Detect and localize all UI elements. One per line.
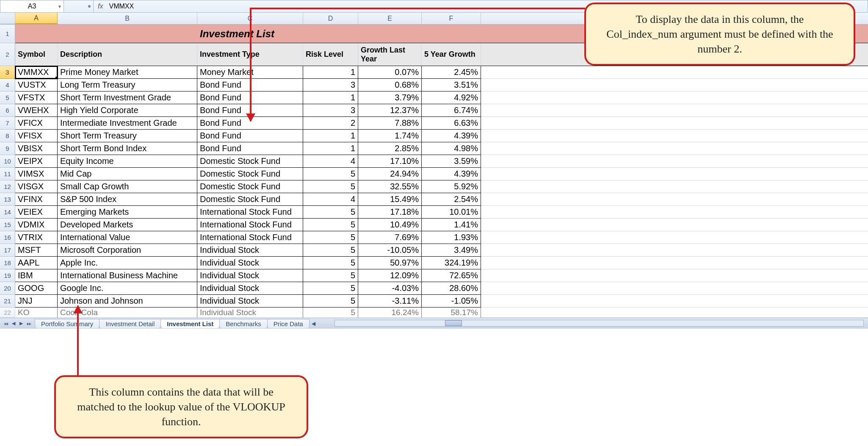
cell-description[interactable]: Short Term Investment Grade bbox=[58, 91, 197, 104]
sheet-tab[interactable]: Investment Detail bbox=[99, 319, 161, 328]
cell-description[interactable]: Short Term Bond Index bbox=[58, 142, 197, 155]
sheet-tab[interactable]: Investment List bbox=[160, 319, 220, 328]
cell-symbol[interactable]: VIMSX bbox=[15, 168, 58, 180]
cell-type[interactable]: Individual Stock bbox=[197, 282, 303, 295]
cell-symbol[interactable]: VUSTX bbox=[15, 79, 58, 91]
title-cell-f[interactable] bbox=[422, 25, 481, 43]
cell-risk[interactable]: 5 bbox=[303, 206, 358, 219]
col-header-e[interactable]: E bbox=[358, 13, 422, 24]
cell-5yr-growth[interactable]: 3.59% bbox=[422, 155, 481, 168]
title-cell-b[interactable] bbox=[58, 25, 197, 43]
cell-growth-last-year[interactable]: 32.55% bbox=[358, 180, 422, 193]
cell-type[interactable]: Bond Fund bbox=[197, 130, 303, 142]
cell-type[interactable]: International Stock Fund bbox=[197, 206, 303, 219]
cell-type[interactable]: Individual Stock bbox=[197, 257, 303, 269]
partial-risk[interactable]: 5 bbox=[303, 307, 358, 318]
cell-5yr-growth[interactable]: 2.54% bbox=[422, 193, 481, 206]
cell-symbol[interactable]: JNJ bbox=[15, 295, 58, 307]
cell-symbol[interactable]: AAPL bbox=[15, 257, 58, 269]
select-all-corner[interactable] bbox=[0, 13, 15, 24]
cell-5yr-growth[interactable]: 324.19% bbox=[422, 257, 481, 269]
row-header[interactable]: 12 bbox=[0, 180, 15, 193]
cell-growth-last-year[interactable]: 0.07% bbox=[358, 66, 422, 79]
partial-type[interactable]: Individual Stock bbox=[197, 307, 303, 318]
cell-risk[interactable]: 5 bbox=[303, 231, 358, 244]
cell-symbol[interactable]: VFSTX bbox=[15, 91, 58, 104]
cell-5yr-growth[interactable]: 4.98% bbox=[422, 142, 481, 155]
col-header-b[interactable]: B bbox=[58, 13, 197, 24]
cell-description[interactable]: International Business Machine bbox=[58, 269, 197, 282]
chevron-down-icon[interactable]: ▼ bbox=[58, 4, 62, 9]
tab-nav-last-icon[interactable]: ⏭ bbox=[25, 320, 32, 327]
header-growth-last-year[interactable]: Growth Last Year bbox=[358, 43, 422, 66]
cell-description[interactable]: Long Term Treasury bbox=[58, 79, 197, 91]
partial-g5[interactable]: 58.17% bbox=[422, 307, 481, 318]
cell-risk[interactable]: 1 bbox=[303, 142, 358, 155]
cell-description[interactable]: Equity Income bbox=[58, 155, 197, 168]
cell-risk[interactable]: 5 bbox=[303, 282, 358, 295]
cell-5yr-growth[interactable]: 6.74% bbox=[422, 104, 481, 117]
cell-type[interactable]: International Stock Fund bbox=[197, 231, 303, 244]
name-box[interactable]: A3 ▼ bbox=[0, 0, 64, 12]
cell-risk[interactable]: 5 bbox=[303, 219, 358, 231]
cell-type[interactable]: Individual Stock bbox=[197, 244, 303, 257]
cell-type[interactable]: Individual Stock bbox=[197, 295, 303, 307]
cell-growth-last-year[interactable]: 7.69% bbox=[358, 231, 422, 244]
cell-growth-last-year[interactable]: 2.85% bbox=[358, 142, 422, 155]
cell-symbol[interactable]: VISGX bbox=[15, 180, 58, 193]
cell-growth-last-year[interactable]: 0.68% bbox=[358, 79, 422, 91]
tab-scroll-right-icon[interactable]: ◀ bbox=[312, 321, 315, 327]
cell-symbol[interactable]: MSFT bbox=[15, 244, 58, 257]
cell-symbol[interactable]: VEIPX bbox=[15, 155, 58, 168]
cell-description[interactable]: Intermediate Investment Grade bbox=[58, 117, 197, 130]
cell-5yr-growth[interactable]: 4.39% bbox=[422, 168, 481, 180]
row-header[interactable]: 13 bbox=[0, 193, 15, 206]
cell-growth-last-year[interactable]: 50.97% bbox=[358, 257, 422, 269]
sheet-tab[interactable]: Price Data bbox=[267, 319, 310, 328]
row-header[interactable]: 11 bbox=[0, 168, 15, 180]
row-header[interactable]: 15 bbox=[0, 219, 15, 231]
cell-risk[interactable]: 2 bbox=[303, 117, 358, 130]
cell-risk[interactable]: 5 bbox=[303, 168, 358, 180]
cell-risk[interactable]: 1 bbox=[303, 66, 358, 79]
cell-5yr-growth[interactable]: 72.65% bbox=[422, 269, 481, 282]
row-header[interactable]: 18 bbox=[0, 257, 15, 269]
cell-symbol[interactable]: VEIEX bbox=[15, 206, 58, 219]
partial-symbol[interactable]: KO bbox=[15, 307, 58, 318]
cell-5yr-growth[interactable]: 3.51% bbox=[422, 79, 481, 91]
cell-description[interactable]: Microsoft Corporation bbox=[58, 244, 197, 257]
col-header-a[interactable]: A bbox=[15, 13, 58, 24]
row-header[interactable]: 17 bbox=[0, 244, 15, 257]
cell-type[interactable]: Domestic Stock Fund bbox=[197, 180, 303, 193]
partial-gly[interactable]: 16.24% bbox=[358, 307, 422, 318]
cell-symbol[interactable]: VTRIX bbox=[15, 231, 58, 244]
cell-description[interactable]: Mid Cap bbox=[58, 168, 197, 180]
sheet-tab[interactable]: Benchmarks bbox=[219, 319, 267, 328]
header-symbol[interactable]: Symbol bbox=[15, 43, 58, 66]
cell-5yr-growth[interactable]: 28.60% bbox=[422, 282, 481, 295]
horizontal-scrollbar-thumb[interactable] bbox=[445, 320, 462, 326]
cell-risk[interactable]: 1 bbox=[303, 130, 358, 142]
cell-symbol[interactable]: VFICX bbox=[15, 117, 58, 130]
row-header-1[interactable]: 1 bbox=[0, 25, 15, 43]
cell-risk[interactable]: 5 bbox=[303, 257, 358, 269]
cell-symbol[interactable]: VFISX bbox=[15, 130, 58, 142]
cell-risk[interactable]: 5 bbox=[303, 295, 358, 307]
row-header[interactable]: 10 bbox=[0, 155, 15, 168]
cell-symbol[interactable]: VDMIX bbox=[15, 219, 58, 231]
cell-growth-last-year[interactable]: 17.10% bbox=[358, 155, 422, 168]
cell-symbol[interactable]: GOOG bbox=[15, 282, 58, 295]
cell-type[interactable]: Domestic Stock Fund bbox=[197, 193, 303, 206]
cell-5yr-growth[interactable]: 4.39% bbox=[422, 130, 481, 142]
cell-symbol[interactable]: IBM bbox=[15, 269, 58, 282]
cell-growth-last-year[interactable]: 7.88% bbox=[358, 117, 422, 130]
row-header-2[interactable]: 2 bbox=[0, 43, 15, 66]
cell-description[interactable]: Prime Money Market bbox=[58, 66, 197, 79]
cell-growth-last-year[interactable]: -3.11% bbox=[358, 295, 422, 307]
row-header[interactable]: 6 bbox=[0, 104, 15, 117]
row-header-22[interactable]: 22 bbox=[0, 307, 15, 318]
cell-risk[interactable]: 1 bbox=[303, 91, 358, 104]
cell-risk[interactable]: 5 bbox=[303, 180, 358, 193]
cell-risk[interactable]: 5 bbox=[303, 244, 358, 257]
cell-risk[interactable]: 5 bbox=[303, 269, 358, 282]
